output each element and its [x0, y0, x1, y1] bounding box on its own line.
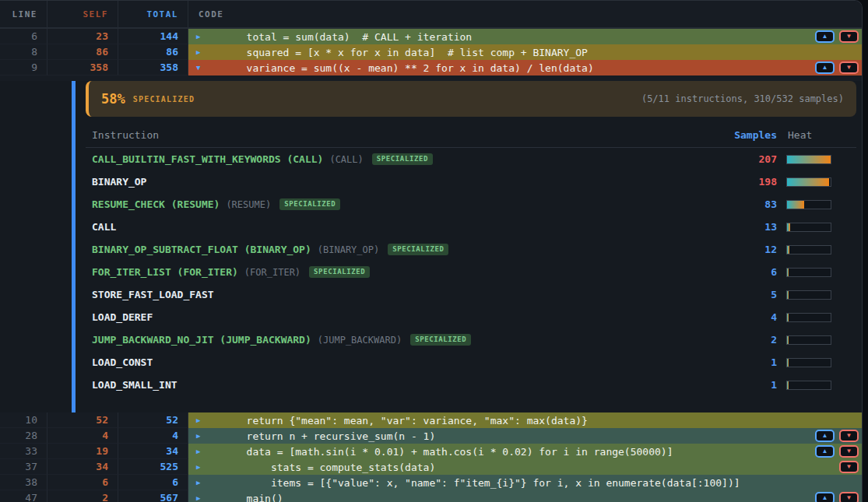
column-header-total[interactable]: TOTAL: [118, 1, 188, 27]
self-samples: 358: [47, 60, 118, 75]
code-line[interactable]: ▶ total = sum(data) # CALL + iteration▲▼: [188, 29, 862, 44]
code-rows-top: 623144▶ total = sum(data) # CALL + itera…: [0, 29, 862, 75]
heat-bar: [786, 177, 831, 187]
table-header: LINE SELF TOTAL CODE: [0, 1, 862, 29]
instruction-name-cell: LOAD_SMALL_INT: [86, 379, 722, 391]
code-text: return {"mean": mean, "var": variance, "…: [188, 415, 588, 427]
code-row: 3866▶ items = [{"value": x, "name": f"it…: [0, 475, 862, 490]
line-number: 6: [0, 29, 47, 44]
expander-right-icon[interactable]: ▶: [196, 495, 200, 502]
heat-bar: [786, 155, 831, 164]
expander-right-icon[interactable]: ▶: [196, 417, 200, 424]
code-line[interactable]: ▶ squared = [x * x for x in data] # list…: [188, 44, 862, 60]
instruction-name: BINARY_OP: [92, 176, 146, 188]
line-number: 33: [0, 444, 47, 459]
nav-buttons: ▲▼: [815, 430, 859, 442]
jump-up-button[interactable]: ▲: [815, 492, 835, 502]
instruction-heat-cell: [785, 200, 856, 209]
instruction-rows: CALL_BUILTIN_FAST_WITH_KEYWORDS (CALL)(C…: [86, 148, 856, 396]
instruction-row: LOAD_DEREF4: [86, 306, 856, 328]
jump-down-button[interactable]: ▼: [839, 30, 859, 43]
profiler-card: LINE SELF TOTAL CODE 623144▶ total = sum…: [0, 0, 863, 502]
column-header-self[interactable]: SELF: [47, 1, 118, 27]
instruction-base-op: (RESUME): [226, 199, 271, 210]
column-header-samples[interactable]: Samples: [722, 129, 785, 141]
heat-bar: [786, 245, 831, 255]
jump-up-button[interactable]: ▲: [815, 445, 835, 458]
instruction-samples: 5: [722, 289, 785, 300]
instruction-name: BINARY_OP_SUBTRACT_FLOAT (BINARY_OP): [92, 244, 311, 255]
instruction-samples: 83: [722, 198, 785, 210]
code-line[interactable]: ▶ return n + recursive_sum(n - 1)▲▼: [188, 428, 862, 444]
code-text: data = [math.sin(i * 0.01) + math.cos(i …: [188, 446, 673, 458]
instruction-name: LOAD_SMALL_INT: [92, 379, 177, 391]
nav-buttons: ▲▼: [815, 30, 859, 43]
heat-bar-fill: [787, 178, 829, 186]
expander-right-icon[interactable]: ▶: [196, 448, 200, 455]
expander-right-icon[interactable]: ▶: [196, 49, 200, 56]
instruction-row: JUMP_BACKWARD_NO_JIT (JUMP_BACKWARD)(JUM…: [86, 328, 856, 351]
code-rows-bottom: 105252▶ return {"mean": mean, "var": var…: [0, 412, 862, 502]
code-line[interactable]: ▼ variance = sum((x - mean) ** 2 for x i…: [188, 60, 862, 75]
code-line[interactable]: ▶ items = [{"value": x, "name": f"item_{…: [188, 475, 862, 490]
self-samples: 23: [47, 29, 118, 44]
total-samples: 358: [118, 60, 188, 75]
heat-bar: [786, 268, 831, 277]
jump-down-button[interactable]: ▼: [839, 445, 859, 458]
jump-down-button[interactable]: ▼: [839, 461, 859, 473]
code-text: squared = [x * x for x in data] # list c…: [188, 47, 588, 58]
total-samples: 567: [118, 490, 188, 502]
specialized-badge: SPECIALIZED: [410, 334, 471, 346]
heat-bar-fill: [787, 246, 789, 254]
heat-bar-fill: [787, 201, 804, 209]
self-samples: 2: [47, 490, 118, 502]
expander-right-icon[interactable]: ▶: [196, 33, 200, 40]
specialization-banner: 58% SPECIALIZED (5/11 instructions, 310/…: [86, 81, 856, 117]
expander-right-icon[interactable]: ▶: [196, 433, 200, 440]
heat-bar-fill: [787, 223, 790, 231]
instruction-name: LOAD_CONST: [92, 356, 153, 368]
line-number: 10: [0, 412, 47, 428]
instruction-heat-cell: [785, 335, 856, 345]
jump-up-button[interactable]: ▲: [815, 30, 835, 43]
instruction-samples: 13: [722, 221, 785, 233]
jump-down-button[interactable]: ▼: [839, 61, 859, 74]
jump-up-button[interactable]: ▲: [815, 61, 835, 74]
expander-down-icon[interactable]: ▼: [196, 65, 200, 72]
total-samples: 144: [118, 29, 188, 44]
self-samples: 6: [47, 475, 118, 490]
instruction-row: BINARY_OP198: [86, 170, 856, 193]
code-line[interactable]: ▶ return {"mean": mean, "var": variance,…: [188, 412, 862, 428]
code-row: 623144▶ total = sum(data) # CALL + itera…: [0, 29, 862, 44]
heat-bar-fill: [787, 381, 789, 389]
instruction-samples: 2: [722, 334, 785, 346]
code-line[interactable]: ▶ main()▲▼: [188, 490, 862, 502]
column-header-line[interactable]: LINE: [0, 1, 47, 27]
total-samples: 34: [118, 444, 188, 459]
instruction-samples: 12: [722, 244, 785, 255]
line-number: 37: [0, 459, 47, 475]
code-text: return n + recursive_sum(n - 1): [188, 430, 435, 442]
instruction-name-cell: STORE_FAST_LOAD_FAST: [86, 289, 722, 300]
jump-up-button[interactable]: ▲: [815, 430, 835, 442]
expander-right-icon[interactable]: ▶: [196, 464, 200, 471]
code-row: 2844▶ return n + recursive_sum(n - 1)▲▼: [0, 428, 862, 444]
code-line[interactable]: ▶ stats = compute_stats(data)▼: [188, 459, 862, 475]
instruction-heat-cell: [785, 155, 856, 164]
column-header-code: CODE: [188, 9, 862, 19]
specialized-badge: SPECIALIZED: [372, 153, 433, 165]
expander-right-icon[interactable]: ▶: [196, 479, 200, 486]
jump-down-button[interactable]: ▼: [839, 430, 859, 442]
jump-down-button[interactable]: ▼: [839, 492, 859, 502]
column-header-heat: Heat: [785, 129, 856, 141]
instruction-name: STORE_FAST_LOAD_FAST: [92, 289, 214, 300]
nav-buttons: ▲▼: [815, 445, 859, 458]
instruction-heat-cell: [785, 313, 856, 322]
instruction-name-cell: FOR_ITER_LIST (FOR_ITER)(FOR_ITER)SPECIA…: [86, 266, 722, 278]
self-samples: 4: [47, 428, 118, 444]
instruction-heat-cell: [785, 223, 856, 232]
nav-buttons: ▼: [839, 461, 859, 473]
code-line[interactable]: ▶ data = [math.sin(i * 0.01) + math.cos(…: [188, 444, 862, 459]
instruction-row: CALL13: [86, 216, 856, 238]
total-samples: 86: [118, 44, 188, 60]
